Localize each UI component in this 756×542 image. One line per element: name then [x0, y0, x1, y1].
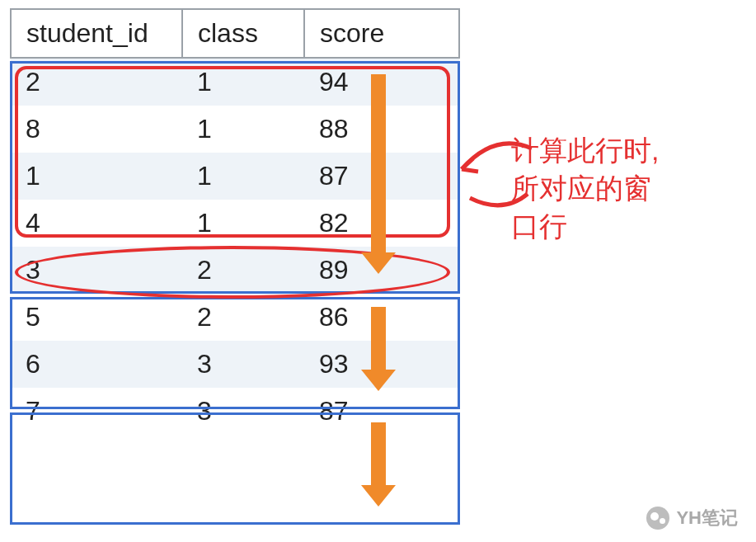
- table-row: 4 1 82: [11, 200, 459, 247]
- scan-arrow-icon: [371, 307, 386, 373]
- table-row: 8 1 88: [11, 106, 459, 153]
- annotation-text-line: 口行: [511, 208, 659, 246]
- cell-student-id: 4: [11, 200, 182, 247]
- header-score: score: [304, 9, 459, 58]
- cell-student-id: 8: [11, 106, 182, 153]
- cell-student-id: 2: [11, 58, 182, 106]
- cell-class: 1: [182, 106, 304, 153]
- header-student-id: student_id: [11, 9, 182, 58]
- cell-student-id: 7: [11, 388, 182, 435]
- cell-class: 1: [182, 200, 304, 247]
- wechat-icon: [646, 507, 669, 530]
- diagram-stage: student_id class score 2 1 94 8 1 88 1 1…: [0, 0, 756, 542]
- table-row: 7 3 87: [11, 388, 459, 435]
- annotation-text-line: 所对应的窗: [511, 170, 659, 208]
- table-header-row: student_id class score: [11, 9, 459, 58]
- cell-class: 2: [182, 294, 304, 341]
- table-row: 2 1 94: [11, 58, 459, 106]
- cell-student-id: 3: [11, 247, 182, 294]
- cell-class: 3: [182, 341, 304, 388]
- watermark-label: YH笔记: [676, 506, 738, 530]
- cell-class: 3: [182, 388, 304, 435]
- scan-arrow-icon: [371, 74, 386, 256]
- annotation-text: 计算此行时, 所对应的窗 口行: [511, 132, 659, 246]
- cell-student-id: 6: [11, 341, 182, 388]
- cell-student-id: 5: [11, 294, 182, 341]
- watermark: YH笔记: [646, 506, 738, 530]
- header-class: class: [182, 9, 304, 58]
- scan-arrow-icon: [371, 422, 386, 488]
- cell-class: 2: [182, 247, 304, 294]
- table-row: 1 1 87: [11, 153, 459, 200]
- cell-class: 1: [182, 58, 304, 106]
- cell-class: 1: [182, 153, 304, 200]
- cell-student-id: 1: [11, 153, 182, 200]
- annotation-text-line: 计算此行时,: [511, 132, 659, 170]
- table-row: 5 2 86: [11, 294, 459, 341]
